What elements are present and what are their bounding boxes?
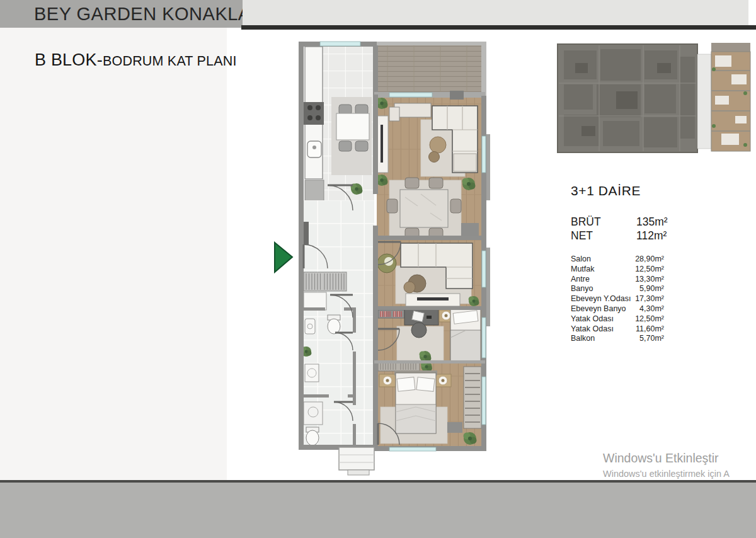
plan-subtitle: B BLOK-BODRUM KAT PLANI	[35, 50, 237, 70]
title-bar-extension	[243, 0, 748, 25]
windows-activation-watermark: Windows'u Etkinleştir	[603, 451, 719, 466]
parent-bedroom-area	[377, 239, 481, 307]
block-label: B BLOK-	[35, 50, 103, 69]
unit-pointer-arrow-icon	[273, 241, 294, 274]
room-value: 12,50m²	[635, 314, 664, 324]
room-area-row: Mutfak 12,50m²	[571, 265, 664, 275]
room-label: Ebeveyn Y.Odası	[571, 294, 635, 304]
master-bedroom-area	[377, 362, 481, 448]
room-value: 17,30m²	[635, 294, 664, 304]
room-value: 11,60m²	[636, 324, 664, 335]
page-title: BEY GARDEN KONAKLARI	[34, 4, 270, 25]
room-area-row: Ebeveyn Y.Odası 17,30m²	[571, 294, 664, 304]
presentation-page: BEY GARDEN KONAKLARI B BLOK-BODRUM KAT P…	[0, 0, 756, 538]
area-value: 135m²	[636, 215, 672, 229]
area-row: BRÜT 135m²	[571, 215, 672, 229]
key-plan-graphic	[556, 38, 754, 159]
area-label: NET	[571, 229, 636, 243]
study-bedroom-area	[377, 309, 481, 363]
windows-activation-watermark-sub: Windows'u etkinleştirmek için A	[603, 469, 730, 479]
room-area-row: Antre 13,30m²	[571, 275, 664, 285]
room-area-row: Salon 28,90m²	[571, 255, 664, 265]
room-label: Yatak Odası	[571, 324, 636, 335]
area-value: 112m²	[636, 229, 672, 243]
room-label: Balkon	[571, 334, 639, 344]
room-value: 28,90m²	[635, 255, 664, 265]
room-area-row: Banyo 5,90m²	[571, 284, 664, 294]
gross-net-areas: BRÜT 135m² NET 112m²	[571, 215, 672, 243]
footer-bar	[0, 483, 756, 538]
room-label: Banyo	[571, 284, 639, 294]
room-label: Salon	[571, 255, 635, 265]
left-panel	[0, 28, 227, 481]
room-value: 4,30m²	[639, 304, 664, 314]
entry-step	[339, 447, 374, 475]
room-area-row: Yatak Odası 12,50m²	[571, 314, 664, 324]
room-area-list: Salon 28,90m² Mutfak 12,50m² Antre 13,30…	[571, 255, 664, 344]
area-label: BRÜT	[571, 215, 636, 229]
apartment-type-label: 3+1 DAİRE	[571, 183, 641, 198]
room-area-row: Balkon 5,70m²	[571, 334, 664, 344]
area-row: NET 112m²	[571, 229, 672, 243]
room-area-row: Ebeveyn Banyo 4,30m²	[571, 304, 664, 314]
room-value: 13,30m²	[635, 275, 664, 285]
title-underline	[241, 25, 756, 30]
room-value: 5,90m²	[639, 284, 664, 294]
key-plan-highlight-unit	[697, 43, 750, 151]
kitchen-area	[304, 45, 374, 202]
terrace-area	[378, 45, 483, 94]
room-area-row: Yatak Odası 11,60m²	[571, 324, 664, 335]
room-label: Antre	[571, 275, 635, 285]
room-value: 5,70m²	[639, 334, 664, 344]
room-value: 12,50m²	[635, 265, 664, 275]
room-label: Yatak Odası	[571, 314, 635, 324]
title-bar: BEY GARDEN KONAKLARI	[0, 0, 243, 28]
room-label: Ebeveyn Banyo	[571, 304, 639, 314]
floor-plan-graphic	[295, 37, 490, 476]
floor-label: BODRUM KAT PLANI	[103, 54, 237, 69]
room-label: Mutfak	[571, 265, 635, 275]
living-room-area	[375, 96, 481, 239]
